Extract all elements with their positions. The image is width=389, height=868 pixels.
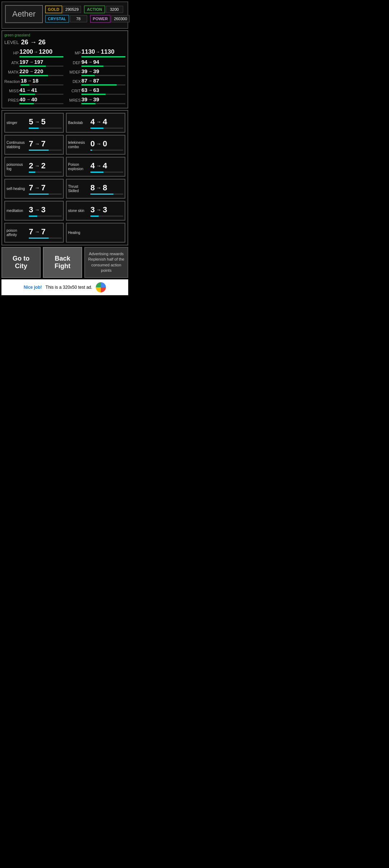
skill-to: 0 [103,139,107,149]
resource-grid: GOLD 290529 ACTION 3200 CRYSTAL 78 POWER… [45,5,130,23]
skill-from: 5 [29,117,33,127]
stat-name: MISS [4,89,19,93]
bottom-buttons: Go toCity BackFight Advertising rewardsR… [1,247,128,278]
skill-bar-bg [29,238,62,239]
stat-from: 40 [19,96,26,102]
ad-text: This is a 320x50 test ad. [45,285,92,290]
stat-bar-bg [81,94,125,95]
stat-name: DEX [66,79,81,84]
stat-half: DEF 94 → 94 [66,59,125,67]
stat-to: 18 [32,78,39,84]
stat-bar-bg [81,103,125,104]
skill-from: 4 [90,117,95,127]
skill-label: meditation [6,209,27,213]
stat-name: ATK [4,61,19,65]
stat-from: 87 [81,78,88,84]
stat-bar-bg [81,56,125,57]
stat-bar-bg [19,56,63,57]
arrow-icon: → [96,207,101,213]
crystal-label: CRYSTAL [45,15,69,23]
arrow-icon: → [35,141,40,147]
stat-name: HP [4,51,19,55]
power-value: 260300 [111,15,130,22]
arrow-icon: → [26,97,31,102]
stat-bar-bg [81,75,125,76]
ad-reward-button[interactable]: Advertising rewardsReplenish half of the… [84,247,128,278]
header: Aether GOLD 290529 ACTION 3200 CRYSTAL 7… [1,1,128,29]
skill-bar-bg [29,150,62,151]
stat-half: DEX 87 → 87 [66,78,125,85]
google-icon [96,282,106,292]
gold-value: 290529 [63,6,81,13]
skill-from: 4 [90,161,95,170]
arrow-icon: → [35,229,40,235]
skill-item: poisonous fog 2 → 2 [4,157,64,177]
skill-bar-bg [90,194,123,195]
skill-to: 8 [103,183,107,192]
stats-panel: green grassland LEVEL 1200 26 → 26 HP 12… [1,30,128,108]
skill-to: 3 [41,205,45,214]
level-label: LEVEL [4,40,19,45]
arrow-icon: → [26,88,31,93]
stat-bar-bg [81,84,125,85]
skill-to: 5 [41,117,45,127]
stat-to: 41 [31,87,37,93]
arrow-icon: → [88,69,93,74]
stat-bar-fill [19,94,35,95]
skill-to: 4 [103,117,107,127]
skill-to: 7 [41,139,45,149]
skill-label: Continuous stabbing [6,141,27,149]
arrow-icon: → [27,78,32,83]
skill-label: stone skin [68,209,89,213]
stat-bar-fill [19,56,63,57]
skill-label: Healing [68,231,89,235]
arrow-icon: → [96,163,101,169]
action-label: ACTION [84,5,105,13]
skill-label: telekinesis combo [68,141,89,149]
stat-to: 63 [93,87,99,93]
stat-from: 18 [21,78,27,84]
stat-name: DEF [66,61,81,65]
stat-half: MP 1130 → 1130 [66,48,125,57]
stat-half: MISS 41 → 41 [4,87,63,95]
stat-bar-fill [81,103,95,104]
stat-name: PRES [4,98,19,102]
stat-from: 41 [19,87,26,93]
skill-label: Backstab [68,121,89,125]
stat-to: 220 [34,68,43,74]
stat-half: MDEF 39 → 39 [66,68,125,76]
arrow-icon: → [96,185,101,191]
stat-bar-fill [19,66,46,67]
stat-bar-fill [21,84,29,85]
stat-from: 197 [19,59,28,65]
skill-item: Continuous stabbing 7 → 7 [4,135,64,155]
back-fight-button[interactable]: BackFight [43,247,82,278]
stat-half: ATK 197 → 197 [4,59,63,67]
stat-row: MATK 220 → 220 MDEF 39 [4,68,125,76]
stat-half: CRIT 63 → 63 [66,87,125,95]
go-to-city-button[interactable]: Go toCity [1,247,41,278]
stat-from: 39 [81,96,88,102]
skill-bar-bg [90,150,123,151]
skill-bar-bg [90,172,123,173]
skill-from: 7 [29,227,33,236]
stat-bar-bg [19,94,63,95]
ad-banner: Nice job! This is a 320x50 test ad. [1,279,128,295]
skill-to: 3 [103,205,107,214]
stat-to: 40 [31,96,37,102]
skill-bar-fill [29,216,37,217]
skill-item: telekinesis combo 0 → 0 [66,135,125,155]
skill-item: stinger 5 → 5 [4,113,64,133]
arrow-icon: → [35,119,40,125]
stat-bar-bg [81,66,125,67]
arrow-icon: → [34,49,38,54]
stat-from: 1200 [19,48,33,56]
arrow-icon: → [88,88,93,93]
stat-name: MRES [66,98,81,102]
arrow-icon: → [88,97,93,102]
skill-label: poison affinity [6,229,27,237]
stat-bar-bg [19,66,63,67]
stat-name: MATK [4,70,19,74]
skill-item: Thrust Skilled 8 → 8 [66,179,125,199]
skill-bar-bg [29,194,62,195]
